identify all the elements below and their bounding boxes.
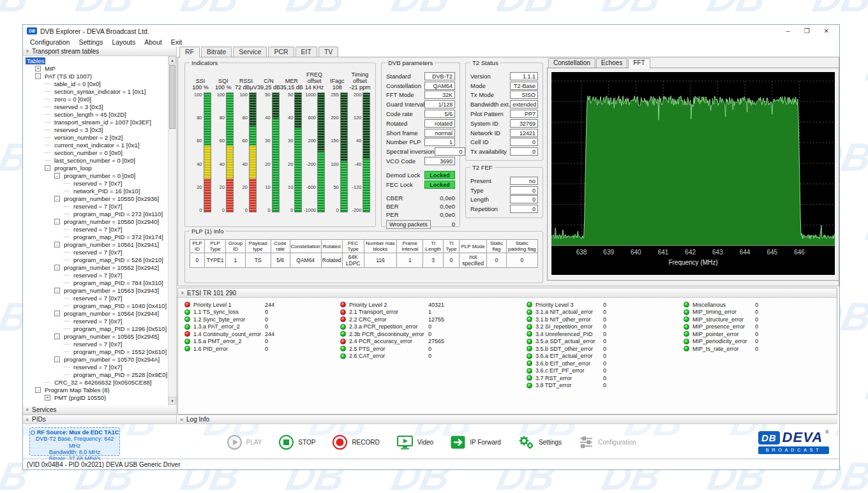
expand-icon[interactable]: + bbox=[45, 395, 50, 401]
section-header-services[interactable]: »Services bbox=[23, 405, 176, 415]
record-icon bbox=[332, 434, 348, 450]
tree-item[interactable]: program_map_PID = 372 [0x174] bbox=[23, 233, 168, 240]
collapse-icon[interactable]: - bbox=[35, 387, 41, 393]
tree-item[interactable]: -program_number = 10560 [0x2940] bbox=[23, 217, 168, 225]
log-info-header[interactable]: » Log Info bbox=[177, 415, 837, 424]
deva-logo-subtitle: BROADCAST bbox=[758, 446, 829, 454]
tab-service[interactable]: Service bbox=[233, 47, 267, 57]
tree-item[interactable]: -program_number = 10564 [0x2944] bbox=[23, 309, 168, 317]
maximize-icon[interactable]: ❐ bbox=[804, 27, 810, 34]
tree-item[interactable]: -program_loop bbox=[23, 164, 168, 172]
tab-tv[interactable]: TV bbox=[318, 47, 338, 57]
etsi-header[interactable]: » ETSI TR 101 290 bbox=[178, 288, 837, 298]
tree-item[interactable]: transport_stream_id = 1007 [0x3EF] bbox=[23, 118, 168, 126]
tree-item[interactable]: -program_number = 10565 [0x2945] bbox=[23, 332, 168, 340]
settings-button[interactable]: Settings bbox=[518, 434, 562, 450]
tab-constellation[interactable]: Constellation bbox=[548, 58, 595, 68]
tree-item[interactable]: -Program Map Tables (8) bbox=[23, 386, 168, 394]
collapse-icon[interactable]: - bbox=[54, 219, 60, 224]
tree-item[interactable]: CRC_32 = 84266632 [0x0505CE88] bbox=[23, 378, 168, 386]
collapse-icon[interactable]: - bbox=[35, 73, 41, 79]
collapse-icon[interactable]: - bbox=[54, 288, 60, 293]
tree-item[interactable]: -program_number = 10563 [0x2943] bbox=[23, 286, 168, 294]
tree-item[interactable]: reserved = 7 [0x7] bbox=[23, 271, 168, 279]
etsi-value: 244 bbox=[265, 302, 274, 308]
tree-item[interactable]: last_section_number = 0 [0x0] bbox=[23, 156, 168, 164]
tree-item[interactable]: -program_number = 10550 [0x2936] bbox=[23, 195, 168, 202]
tree-item[interactable]: reserved = 7 [0x7] bbox=[23, 317, 168, 325]
tree-item[interactable]: program_map_PID = 1040 [0x410] bbox=[23, 302, 168, 309]
tab-pcr[interactable]: PCR bbox=[268, 47, 294, 57]
collapse-icon[interactable]: - bbox=[54, 334, 60, 339]
tab-bitrate[interactable]: Bitrate bbox=[201, 47, 232, 57]
tree-item[interactable]: zero = 0 [0x0] bbox=[23, 95, 168, 103]
tab-eit[interactable]: EIT bbox=[296, 47, 317, 57]
tree-item[interactable]: reserved = 7 [0x7] bbox=[23, 248, 168, 256]
tree-item[interactable]: program_map_PID = 784 [0x310] bbox=[23, 279, 168, 286]
tree-item[interactable]: reserved = 3 [0x3] bbox=[23, 126, 168, 133]
tree-item[interactable]: Tables bbox=[23, 57, 168, 64]
close-icon[interactable]: ✕ bbox=[824, 27, 829, 34]
collapse-icon[interactable]: - bbox=[54, 173, 60, 179]
tree-item[interactable]: -program_number = 10561 [0x2941] bbox=[23, 240, 168, 248]
menu-item-configuration[interactable]: Configuration bbox=[26, 38, 74, 46]
configuration-button[interactable]: Configuration bbox=[578, 434, 636, 450]
tree-item[interactable]: reserved = 7 [0x7] bbox=[23, 340, 168, 348]
play-button[interactable]: PLAY bbox=[227, 434, 262, 450]
collapse-icon[interactable]: - bbox=[54, 196, 60, 202]
ip-forward-button[interactable]: IP Forward bbox=[450, 434, 501, 450]
tree-item[interactable]: program_map_PID = 2528 [0x9E0] bbox=[23, 371, 168, 378]
scrollbar-thumb[interactable] bbox=[169, 65, 176, 129]
tree-item[interactable]: -program_number = 10570 [0x294A] bbox=[23, 355, 168, 363]
tree-item[interactable]: reserved = 7 [0x7] bbox=[23, 294, 168, 302]
tree-item[interactable]: version_number = 2 [0x2] bbox=[23, 133, 168, 141]
collapse-icon[interactable]: - bbox=[54, 311, 60, 316]
scroll-down-icon[interactable]: ▼ bbox=[168, 397, 176, 405]
tree-item[interactable]: program_map_PID = 1296 [0x510] bbox=[23, 325, 168, 332]
tree-item[interactable]: program_map_PID = 272 [0x110] bbox=[23, 210, 168, 217]
etsi-value: 0 bbox=[265, 346, 268, 352]
tree-item[interactable]: network_PID = 16 [0x10] bbox=[23, 187, 168, 195]
tree-item[interactable]: -PAT (TS ID 1007) bbox=[23, 72, 168, 80]
minimize-icon[interactable]: – bbox=[786, 27, 790, 34]
tree-item[interactable]: section_length = 45 [0x2D] bbox=[23, 110, 168, 118]
tree-item[interactable]: current_next_indicator = 1 [0x1] bbox=[23, 141, 168, 149]
stop-button[interactable]: STOP bbox=[278, 434, 315, 450]
video-button[interactable]: Video bbox=[396, 434, 433, 450]
gauge-tick: 0 bbox=[245, 208, 248, 212]
menu-item-about[interactable]: About bbox=[140, 38, 166, 46]
gauge-scale: 100806040200 bbox=[190, 92, 204, 212]
etsi-label: 3.4 Unreferenced_PID bbox=[535, 331, 603, 337]
tree-item[interactable]: section_syntax_indicator = 1 [0x1] bbox=[23, 87, 168, 95]
tab-rf[interactable]: RF bbox=[179, 47, 200, 57]
record-button[interactable]: RECORD bbox=[332, 434, 379, 450]
scroll-up-icon[interactable]: ▲ bbox=[168, 56, 176, 64]
collapse-icon[interactable]: - bbox=[54, 265, 60, 270]
transport-stream-tables-header[interactable]: » Transport stream tables bbox=[23, 47, 176, 56]
section-header-pids[interactable]: »PIDs bbox=[23, 415, 176, 424]
tree-item[interactable]: reserved = 3 [0x3] bbox=[23, 103, 168, 110]
tree-item[interactable]: +PMT (prgID 10550) bbox=[23, 394, 168, 401]
tree-item[interactable]: -program_number = 10562 [0x2942] bbox=[23, 263, 168, 271]
collapse-icon[interactable]: - bbox=[54, 242, 60, 247]
menu-item-layouts[interactable]: Layouts bbox=[107, 38, 140, 46]
tree-item[interactable]: table_id = 0 [0x0] bbox=[23, 80, 168, 87]
menu-item-exit[interactable]: Exit bbox=[167, 38, 187, 46]
collapse-icon[interactable]: - bbox=[54, 357, 60, 362]
tree-item[interactable]: program_map_PID = 1552 [0x610] bbox=[23, 348, 168, 355]
tree-item[interactable]: reserved = 7 [0x7] bbox=[23, 202, 168, 210]
tab-fft[interactable]: FFT bbox=[628, 58, 650, 68]
menu-item-settings[interactable]: Settings bbox=[74, 38, 107, 46]
tree-item[interactable]: -program_number = 0 [0x0] bbox=[23, 172, 168, 179]
tree-item[interactable]: reserved = 7 [0x7] bbox=[23, 363, 168, 371]
tab-echoes[interactable]: Echoes bbox=[596, 58, 627, 68]
tree-item[interactable]: program_map_PID = 528 [0x210] bbox=[23, 256, 168, 263]
tree-item[interactable]: reserved = 7 [0x7] bbox=[23, 225, 168, 233]
tree-item[interactable]: section_number = 0 [0x0] bbox=[23, 149, 168, 156]
tree-scrollbar[interactable]: ▲ ▼ bbox=[168, 56, 176, 405]
expand-icon[interactable]: + bbox=[35, 66, 41, 71]
collapse-icon[interactable]: - bbox=[45, 165, 50, 171]
tree-item[interactable]: +MIP bbox=[23, 64, 168, 72]
tree-item[interactable]: reserved = 7 [0x7] bbox=[23, 179, 168, 187]
red-led-icon bbox=[184, 302, 190, 307]
